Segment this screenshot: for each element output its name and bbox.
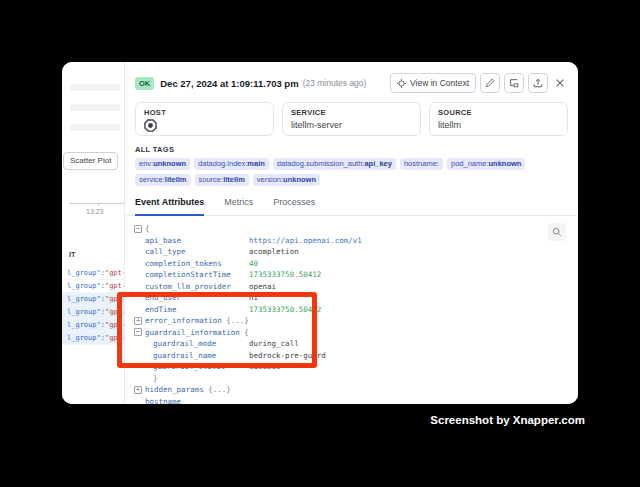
event-timestamp: Dec 27, 2024 at 1:09:11.703 pm [160, 78, 298, 89]
watermark-text: Screenshot by Xnapper.com [430, 414, 585, 426]
related-traces-button[interactable] [504, 73, 524, 93]
export-button[interactable] [528, 73, 548, 93]
tag-service[interactable]: service:litellm [135, 174, 191, 186]
list-item[interactable]: l_group":"gpt-4o [62, 293, 124, 306]
list-item[interactable]: l_group":"gpt-4o [62, 319, 124, 332]
tab-bar: Event Attributes Metrics Processes [126, 186, 578, 216]
tag-key: datadog.index: [198, 159, 247, 168]
attr-key: custom_llm_provider [145, 281, 249, 293]
expand-icon[interactable]: + [134, 317, 142, 325]
attr-row-guardrail-status: guardrail_statussuccess [153, 361, 578, 373]
attr-key: completionStartTime [145, 269, 249, 281]
list-item[interactable]: l_group":"gpt-4o [62, 332, 124, 345]
attr-value: 40 [249, 258, 258, 270]
service-card[interactable]: SERVICE litellm-server [282, 102, 421, 136]
log-key: l_group": [67, 295, 105, 303]
attr-key: call_type [145, 246, 249, 258]
attributes-tree: −{ api_basehttps://api.openai.com/v1 cal… [126, 216, 578, 404]
close-button[interactable] [552, 73, 568, 93]
collapsed-value[interactable]: {...} [208, 384, 231, 396]
attr-key: endTime [145, 304, 249, 316]
service-card-label: SERVICE [291, 108, 412, 117]
tag-source[interactable]: source:litellm [195, 174, 249, 186]
attr-key: guardrail_mode [153, 338, 249, 350]
axis-tick-label: 13:23 [86, 208, 104, 215]
tag-pod-name[interactable]: pod_name:unknown [447, 158, 525, 170]
tag-key: service: [139, 175, 165, 184]
search-button[interactable] [548, 223, 566, 241]
tag-key: pod_name: [451, 159, 489, 168]
log-value: "gpt-4o [105, 308, 124, 316]
tag-key: version: [257, 175, 283, 184]
log-key: l_group": [67, 269, 105, 277]
crosshair-icon [397, 79, 406, 88]
tag-datadog-submission-auth[interactable]: datadog.submission_auth:api_key [273, 158, 396, 170]
tag-value: litellm [223, 175, 245, 184]
view-in-context-button[interactable]: View in Context [390, 73, 476, 93]
attr-row-guardrail-close: } [153, 373, 578, 385]
tag-value: unknown [283, 175, 316, 184]
log-key: l_group": [67, 308, 105, 316]
tab-processes[interactable]: Processes [273, 197, 315, 215]
host-icon [144, 119, 265, 132]
log-list: l_group":"gpt-4o l_group":"gpt-4o l_grou… [62, 267, 124, 345]
header-actions: View in Context [390, 73, 568, 93]
attr-key: api_base [145, 235, 249, 247]
tag-key: source: [199, 175, 224, 184]
left-panel: Scatter Plot 13:23 IT l_group":"gpt-4o l… [62, 62, 125, 404]
tag-env[interactable]: env:unknown [135, 158, 190, 170]
list-item[interactable]: l_group":"gpt-4o [62, 267, 124, 280]
tag-datadog-index[interactable]: datadog.index:main [194, 158, 269, 170]
tag-version[interactable]: version:unknown [253, 174, 320, 186]
attr-row-guardrail-name: guardrail_namebedrock-pre-guard [153, 350, 578, 362]
tag-hostname[interactable]: hostname: [400, 158, 443, 170]
log-key: l_group": [67, 334, 105, 342]
tag-key: datadog.submission_auth: [277, 159, 365, 168]
open-brace: { [145, 223, 150, 235]
expand-icon[interactable]: + [134, 386, 142, 394]
attr-key: guardrail_name [153, 350, 249, 362]
tag-list: env:unknown datadog.index:main datadog.s… [126, 154, 578, 186]
attr-key: guardrail_status [153, 361, 249, 373]
axis-tick-mark [98, 203, 99, 206]
log-value: "gpt-4o [105, 269, 124, 277]
close-icon [555, 78, 565, 88]
scatter-plot-button[interactable]: Scatter Plot [63, 152, 118, 170]
host-card[interactable]: HOST [135, 102, 274, 136]
info-cards: HOST SERVICE litellm-server SOURCE litel… [126, 93, 578, 136]
attr-key: hidden_params [145, 384, 204, 396]
collapse-icon[interactable]: − [134, 328, 142, 336]
skeleton-row [70, 84, 120, 91]
attr-row-end-user: end_userhi [145, 292, 578, 304]
close-brace: } [153, 373, 158, 385]
attr-value: success [249, 361, 281, 373]
log-key: l_group": [67, 321, 105, 329]
attr-row-hostname: hostname [145, 396, 578, 405]
collapse-icon[interactable]: − [134, 225, 142, 233]
attr-value: 1735333750.50412 [249, 304, 321, 316]
tag-value: litellm [165, 175, 187, 184]
list-item[interactable]: l_group":"gpt-4o [62, 306, 124, 319]
open-brace: { [244, 327, 249, 339]
attr-row-call-type: call_typeacompletion [145, 246, 578, 258]
source-card-label: SOURCE [438, 108, 559, 117]
host-card-label: HOST [144, 108, 265, 117]
attr-value: bedrock-pre-guard [249, 350, 326, 362]
tab-event-attributes[interactable]: Event Attributes [135, 197, 204, 216]
column-header-partial: IT [69, 250, 76, 259]
attr-row-completion-tokens: completion_tokens40 [145, 258, 578, 270]
attr-value-link[interactable]: https://api.openai.com/v1 [249, 235, 362, 247]
tab-metrics[interactable]: Metrics [224, 197, 253, 215]
attr-row-guardrail-information: −guardrail_information { [134, 327, 578, 339]
attr-key: error_information [145, 315, 222, 327]
source-card[interactable]: SOURCE litellm [429, 102, 568, 136]
chart-x-axis [69, 203, 125, 204]
collapsed-value[interactable]: {...} [226, 315, 249, 327]
attr-row-completion-start-time: completionStartTime1735333750.50412 [145, 269, 578, 281]
attr-value: acompletion [249, 246, 299, 258]
edit-button[interactable] [480, 73, 500, 93]
tag-key: hostname: [404, 159, 439, 168]
attr-value: hi [249, 292, 258, 304]
source-card-value: litellm [438, 120, 559, 130]
list-item[interactable]: l_group":"gpt-4o [62, 280, 124, 293]
